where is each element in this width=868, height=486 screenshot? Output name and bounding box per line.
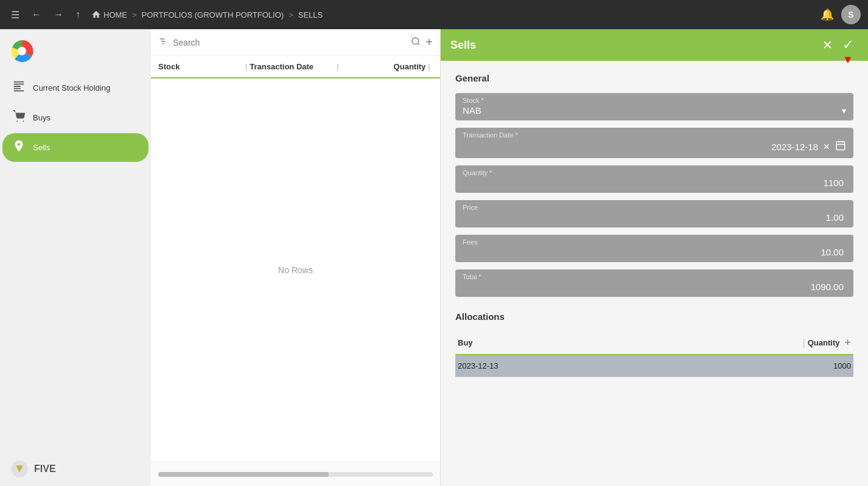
quantity-value: 1100 [463, 178, 846, 188]
svg-point-1 [18, 47, 26, 55]
date-value-container: 2023-12-18 ✕ [463, 140, 846, 153]
alloc-header-row: Buy | Quantity + [455, 332, 853, 355]
date-label: Transaction Date * [463, 131, 846, 139]
alloc-add-button[interactable]: + [844, 336, 851, 349]
avatar[interactable]: S [841, 5, 861, 24]
portfolios-crumb[interactable]: PORTFOLIOS (GROWTH PORTFOLIO) [142, 10, 284, 19]
fees-value: 10.00 [463, 247, 846, 257]
back-button[interactable]: ← [28, 7, 45, 23]
stock-value: NAB [463, 105, 481, 116]
col-header-quantity: Quantity [341, 62, 426, 71]
search-input[interactable] [173, 38, 406, 47]
list-footer [151, 462, 440, 486]
fees-label: Fees [463, 238, 846, 246]
col-header-date: Transaction Date [250, 62, 334, 71]
detail-confirm-button[interactable]: ✓ [838, 35, 858, 55]
fees-field-box[interactable]: Fees 10.00 [455, 235, 853, 262]
detail-header: Sells ✕ ✓ ▼ [441, 29, 868, 61]
date-calendar-icon[interactable] [835, 140, 846, 153]
section-general-title: General [455, 73, 853, 83]
scrollbar-thumb[interactable] [158, 472, 329, 477]
total-value: 1090.00 [463, 282, 846, 292]
alloc-col-qty-header: Quantity [808, 338, 840, 347]
total-label: Total * [463, 273, 846, 280]
stock-field: Stock * NAB ▾ [455, 93, 853, 120]
col-header-stock: Stock [158, 62, 243, 71]
quantity-field-box[interactable]: Quantity * 1100 [455, 165, 853, 193]
col-sep-3: | [428, 62, 430, 71]
sidebar-footer: FIVE [0, 452, 151, 486]
buys-icon [12, 109, 26, 126]
sidebar-item-buys[interactable]: Buys [2, 103, 149, 132]
detail-body: General Stock * NAB ▾ Transaction Date * [441, 61, 868, 486]
alloc-col-sep: | [803, 338, 805, 349]
sidebar: Current Stock Holding Buys Sells [0, 29, 151, 486]
col-sep-2: | [337, 62, 339, 71]
total-field: Total * 1090.00 [455, 269, 853, 297]
five-logo-icon [10, 459, 29, 479]
breadcrumb: HOME > PORTFOLIOS (GROWTH PORTFOLIO) > S… [91, 10, 323, 19]
stock-field-box[interactable]: Stock * NAB ▾ [455, 93, 853, 120]
alloc-row-0[interactable]: 2023-12-13 1000 [455, 355, 853, 377]
filter-icon [158, 36, 168, 49]
price-field: Price 1.00 [455, 200, 853, 227]
sidebar-item-sells[interactable]: Sells [2, 133, 149, 162]
scrollbar-track[interactable] [158, 472, 433, 477]
date-field-box[interactable]: Transaction Date * 2023-12-18 ✕ [455, 128, 853, 158]
detail-close-button[interactable]: ✕ [817, 35, 838, 55]
quantity-field: Quantity * 1100 [455, 165, 853, 193]
home-icon [91, 10, 101, 19]
back-icon: ← [32, 9, 41, 20]
quantity-label: Quantity * [463, 169, 846, 176]
sidebar-logo [0, 34, 151, 73]
table-empty-message: No Rows [151, 78, 440, 462]
current-stock-icon [12, 80, 26, 96]
fees-field: Fees 10.00 [455, 235, 853, 262]
forward-icon: → [54, 9, 63, 20]
sidebar-item-label-sells: Sells [33, 143, 50, 152]
detail-title: Sells [450, 39, 817, 52]
price-label: Price [463, 204, 846, 211]
breadcrumb-sep1: > [132, 10, 137, 19]
section-allocations-title: Allocations [455, 311, 853, 322]
sells-crumb: SELLS [298, 10, 323, 19]
stock-label: Stock * [463, 97, 846, 104]
sells-icon [12, 139, 26, 156]
search-icon[interactable] [411, 36, 421, 49]
svg-line-10 [418, 43, 419, 45]
detail-panel: Sells ✕ ✓ ▼ General Stock * NAB ▾ [441, 29, 868, 486]
forward-button[interactable]: → [50, 7, 67, 23]
date-value: 2023-12-18 [771, 142, 818, 152]
alloc-row-buy-date: 2023-12-13 [458, 361, 833, 370]
add-button[interactable]: + [425, 35, 433, 49]
stock-value-container: NAB ▾ [463, 105, 846, 116]
allocations-section: Allocations Buy | Quantity + 2023-12-13 … [455, 311, 853, 377]
up-button[interactable]: ↑ [72, 7, 84, 23]
col-sep-1: | [245, 62, 248, 71]
notification-button[interactable]: 🔔 [821, 8, 834, 21]
app-logo-icon [10, 39, 34, 63]
price-field-box[interactable]: Price 1.00 [455, 200, 853, 227]
stock-dropdown-icon[interactable]: ▾ [842, 106, 846, 116]
main-layout: Current Stock Holding Buys Sells [0, 29, 868, 486]
alloc-col-buy-header: Buy [458, 338, 800, 347]
svg-point-3 [23, 120, 24, 122]
date-clear-button[interactable]: ✕ [823, 142, 830, 151]
price-value: 1.00 [463, 212, 846, 223]
svg-point-2 [16, 120, 18, 122]
svg-point-5 [18, 466, 21, 470]
table-header: Stock | Transaction Date | Quantity | [151, 56, 440, 78]
navbar: ☰ ← → ↑ HOME > PORTFOLIOS (GROWTH PORTFO… [0, 0, 868, 29]
menu-icon: ☰ [11, 9, 19, 21]
transaction-date-field: Transaction Date * 2023-12-18 ✕ [455, 128, 853, 158]
nav-right: 🔔 S [821, 5, 861, 24]
breadcrumb-sep2: > [289, 10, 293, 19]
menu-button[interactable]: ☰ [7, 7, 23, 23]
five-label: FIVE [34, 463, 56, 474]
list-panel: + Stock | Transaction Date | Quantity | … [151, 29, 441, 486]
home-label[interactable]: HOME [103, 10, 127, 19]
up-icon: ↑ [75, 9, 80, 20]
list-toolbar: + [151, 29, 440, 56]
sidebar-item-current-stock[interactable]: Current Stock Holding [2, 74, 149, 102]
total-field-box[interactable]: Total * 1090.00 [455, 269, 853, 297]
